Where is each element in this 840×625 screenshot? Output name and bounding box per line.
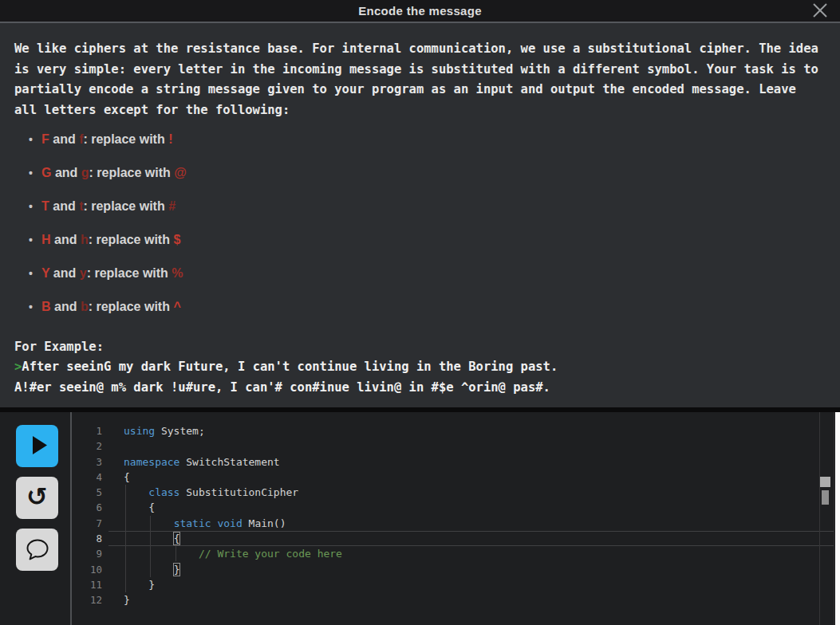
replace-text: : replace with [89, 166, 175, 179]
line-number: 6 [72, 500, 124, 515]
line-number: 4 [72, 470, 124, 485]
code-text: } [124, 577, 155, 592]
code-line[interactable]: 10 } [72, 562, 834, 577]
minimap-marker [822, 490, 829, 505]
code-line[interactable]: 8 { [72, 531, 834, 546]
task-paragraph: We like ciphers at the resistance base. … [14, 39, 828, 121]
prompt-icon: > [14, 360, 22, 374]
code-workspace-panel: ↺ 1using System;23namespace SwitchStatem… [0, 412, 840, 625]
list-item: •Y and y: replace with % [29, 263, 187, 284]
code-text: } [124, 592, 130, 607]
and-text: and [51, 300, 81, 313]
line-number: 1 [72, 423, 124, 438]
code-text: { [124, 500, 155, 515]
replace-text: : replace with [89, 233, 174, 246]
run-button[interactable] [16, 425, 58, 467]
example-input: After seeinG my dark Future, I can't con… [22, 360, 558, 374]
and-text: and [49, 266, 79, 280]
line-number: 10 [72, 562, 124, 577]
line-number: 5 [72, 485, 124, 500]
example-output: A!#er seein@ m% dark !u#ure, I can'# con… [14, 378, 558, 398]
paragraph-line: partially encode a string message given … [14, 80, 828, 100]
editor-lines[interactable]: 1using System;23namespace SwitchStatemen… [72, 423, 834, 608]
list-item: •G and g: replace with @ [29, 163, 187, 183]
and-text: and [49, 132, 79, 146]
symbol-char: ! [168, 132, 172, 146]
code-line[interactable]: 9 // Write your code here [72, 546, 834, 561]
and-text: and [51, 233, 81, 246]
symbol-char: @ [174, 166, 187, 179]
list-item: •F and f: replace with ! [29, 129, 187, 150]
replace-text: : replace with [83, 199, 168, 213]
speech-bubble-icon [16, 528, 58, 572]
line-number: 12 [72, 592, 124, 607]
bullet-icon: • [29, 230, 41, 250]
minimap-border [834, 412, 834, 625]
line-number: 3 [72, 454, 124, 470]
example-input-line: >After seeinG my dark Future, I can't co… [14, 357, 558, 377]
indent-guide [150, 516, 151, 577]
replace-text: : replace with [89, 300, 174, 313]
bullet-icon: • [29, 163, 41, 183]
example-block: For Example: >After seeinG my dark Futur… [14, 337, 558, 398]
symbol-char: # [168, 199, 175, 213]
lower-letter: h [81, 233, 89, 246]
paragraph-line: all letters except for the following: [14, 100, 828, 121]
upper-letter: G [41, 166, 51, 179]
close-icon [811, 2, 829, 22]
code-text: namespace SwitchStatement [124, 454, 280, 470]
line-number: 2 [72, 438, 124, 454]
code-line[interactable]: 3namespace SwitchStatement [72, 454, 834, 470]
minimap-marker [820, 477, 830, 487]
code-text: { [124, 470, 130, 485]
code-line[interactable]: 4{ [72, 470, 834, 485]
bullet-icon: • [29, 196, 41, 217]
line-number: 11 [72, 577, 124, 592]
indent-guide [175, 546, 176, 561]
bullet-icon: • [29, 297, 41, 317]
bullet-icon: • [29, 263, 41, 284]
minimap-border [819, 412, 820, 625]
play-icon [16, 424, 58, 469]
replace-text: : replace with [87, 266, 172, 280]
line-number: 9 [72, 546, 124, 561]
upper-letter: H [41, 233, 51, 246]
list-item: •B and b: replace with ^ [29, 297, 187, 317]
bullet-list: •F and f: replace with !•G and g: replac… [29, 129, 187, 330]
symbol-char: ^ [173, 300, 180, 313]
code-line[interactable]: 2 [72, 438, 834, 454]
undo-icon: ↺ [26, 484, 48, 509]
upper-letter: T [41, 199, 49, 213]
lower-letter: b [81, 300, 89, 313]
bullet-icon: • [29, 129, 41, 150]
indent-guide [125, 485, 126, 592]
paragraph-line: is very simple: every letter in the inco… [14, 60, 828, 81]
list-item: •H and h: replace with $ [29, 230, 187, 250]
code-line[interactable]: 7 static void Main() [72, 516, 834, 531]
code-text: } [124, 562, 179, 577]
list-item: •T and t: replace with # [29, 196, 187, 217]
reset-button[interactable]: ↺ [16, 477, 58, 519]
page-title: Encode the message [0, 0, 840, 22]
code-line[interactable]: 6 { [72, 500, 834, 515]
paragraph-line: We like ciphers at the resistance base. … [14, 39, 828, 60]
close-button[interactable] [810, 2, 830, 21]
code-line[interactable]: 1using System; [72, 423, 834, 438]
code-line[interactable]: 12} [72, 592, 834, 607]
lower-letter: g [81, 166, 89, 179]
scrollbar-track[interactable] [835, 412, 840, 625]
upper-letter: F [41, 132, 49, 146]
code-text: { [124, 531, 179, 546]
example-label: For Example: [14, 337, 558, 357]
code-line[interactable]: 11 } [72, 577, 834, 592]
comment-button[interactable] [16, 529, 58, 571]
and-text: and [49, 199, 79, 213]
current-line-highlight [108, 531, 834, 546]
upper-letter: Y [41, 266, 49, 280]
code-text: // Write your code here [124, 546, 342, 561]
and-text: and [51, 166, 81, 179]
symbol-char: $ [173, 233, 180, 246]
lower-letter: y [80, 266, 87, 280]
code-line[interactable]: 5 class SubstitutionCipher [72, 485, 834, 500]
upper-letter: B [41, 300, 51, 313]
